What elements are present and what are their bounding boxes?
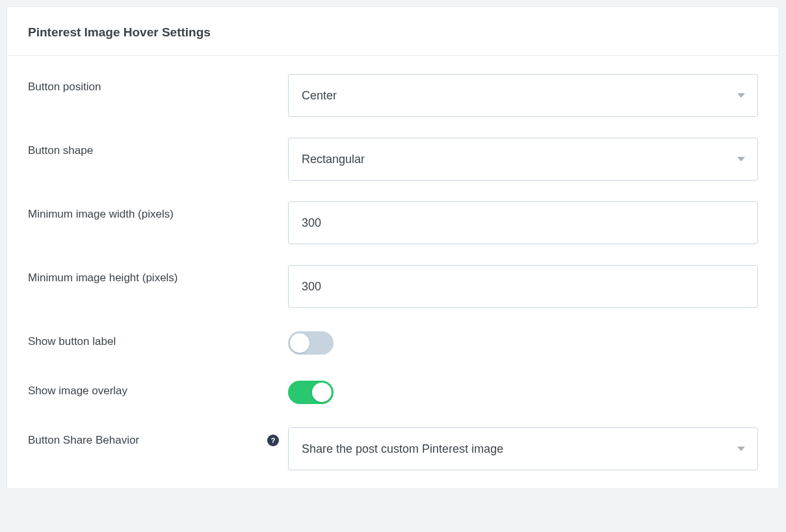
select-button-position-value[interactable]: Center xyxy=(288,74,758,117)
panel-title: Pinterest Image Hover Settings xyxy=(28,25,758,40)
label-show-image-overlay: Show image overlay xyxy=(28,385,127,398)
label-show-button-label: Show button label xyxy=(28,335,116,348)
toggle-show-image-overlay[interactable] xyxy=(288,381,334,404)
select-button-shape[interactable]: Rectangular xyxy=(288,138,758,181)
row-min-height: Minimum image height (pixels) xyxy=(28,265,758,308)
select-button-shape-value[interactable]: Rectangular xyxy=(288,138,758,181)
select-button-share-behavior[interactable]: Share the post custom Pinterest image xyxy=(288,427,758,470)
settings-panel: Pinterest Image Hover Settings Button po… xyxy=(7,6,779,489)
panel-body: Button position Center Button shape Rect… xyxy=(7,56,779,488)
row-button-position: Button position Center xyxy=(28,74,758,117)
label-button-position: Button position xyxy=(28,81,101,94)
select-button-position[interactable]: Center xyxy=(288,74,758,117)
row-show-button-label: Show button label xyxy=(28,329,758,357)
row-button-share-behavior: Button Share Behavior ? Share the post c… xyxy=(28,427,758,470)
select-button-share-behavior-value[interactable]: Share the post custom Pinterest image xyxy=(288,427,758,470)
toggle-show-button-label[interactable] xyxy=(288,331,334,355)
label-button-share-behavior: Button Share Behavior xyxy=(28,434,139,447)
row-button-shape: Button shape Rectangular xyxy=(28,138,758,181)
help-icon[interactable]: ? xyxy=(267,435,279,446)
row-show-image-overlay: Show image overlay xyxy=(28,378,758,407)
input-min-height[interactable] xyxy=(288,265,758,308)
label-min-width: Minimum image width (pixels) xyxy=(28,208,174,221)
label-min-height: Minimum image height (pixels) xyxy=(28,272,178,285)
input-min-width[interactable] xyxy=(288,201,758,244)
row-min-width: Minimum image width (pixels) xyxy=(28,201,758,244)
label-button-shape: Button shape xyxy=(28,144,93,157)
panel-header: Pinterest Image Hover Settings xyxy=(7,7,779,56)
